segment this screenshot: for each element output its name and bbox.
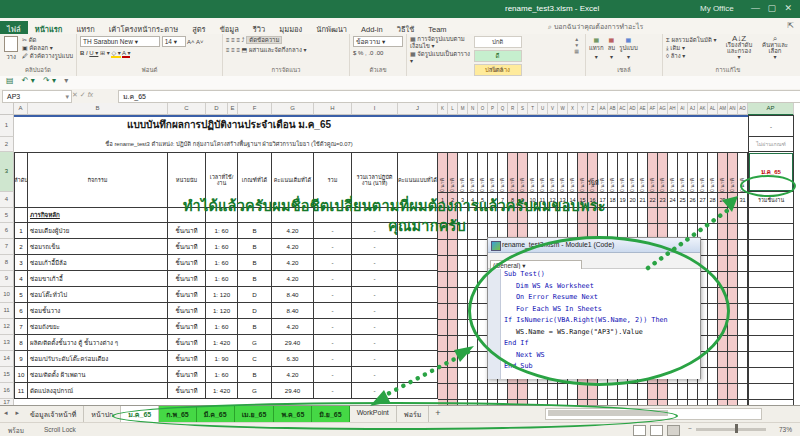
table-cell[interactable]: ซ่อม/ติดตั้ง ฝ้าเพดาน	[28, 367, 168, 383]
col-header-D[interactable]: D	[206, 103, 228, 115]
row-header-16[interactable]: 16	[0, 383, 14, 399]
table-cell[interactable]: -	[314, 255, 352, 271]
column-headers[interactable]: ABCDEFGHIJKLMNOPQRSTUVWXYZAAABACADAEAFAG…	[14, 103, 794, 115]
date-number-cell[interactable]: 30	[728, 192, 738, 208]
table-cell[interactable]: G	[238, 335, 272, 351]
autosum-button[interactable]: Σ ผลรวมอัตโนมัติ ▾	[666, 36, 718, 44]
table-cell[interactable]: 4.20	[272, 239, 314, 255]
table-cell[interactable]: D	[238, 303, 272, 319]
col-header-AD[interactable]: AD	[628, 103, 638, 115]
formula-input[interactable]: ม.ค_65	[118, 90, 800, 103]
redo-icon[interactable]: ↷ ▾	[43, 76, 56, 85]
table-cell[interactable]: ซ่อมโต๊ะทั่วไป	[28, 287, 168, 303]
col-header-R[interactable]: R	[508, 103, 518, 115]
table-cell[interactable]: -	[352, 271, 398, 287]
row-header-11[interactable]: 11	[0, 303, 14, 319]
table-cell[interactable]: 3	[14, 255, 28, 271]
col-header-G[interactable]: G	[272, 103, 314, 115]
table-cell[interactable]: ซ่อมเก้าอี้มีล้อ	[28, 255, 168, 271]
name-box[interactable]: AP3▾	[2, 90, 72, 103]
date-body-column[interactable]	[738, 208, 748, 405]
table-cell[interactable]: 6.30	[272, 351, 314, 367]
table-cell[interactable]: ซ่อมเตียงผู้ป่วย	[28, 223, 168, 239]
table-cell[interactable]: -	[314, 223, 352, 239]
ap-body-column[interactable]	[748, 208, 794, 405]
table-cell[interactable]	[14, 208, 28, 223]
table-cell[interactable]: 2	[14, 239, 28, 255]
table-cell[interactable]: 1: 60	[206, 319, 238, 335]
table-cell[interactable]: 10	[14, 367, 28, 383]
table-row[interactable]: 11ดัดแปลงอุปกรณ์ชิ้น/นาที1: 420G29.40--	[14, 383, 438, 399]
table-cell[interactable]: -	[352, 351, 398, 367]
borders-icon[interactable]: ⊞ ▾	[100, 50, 110, 56]
date-body-column[interactable]	[448, 208, 458, 405]
table-cell[interactable]: ผลิต/ติดตั้งชั้นวาง ตู้ ชั้นวางต่าง ๆ	[28, 335, 168, 351]
col-header-A[interactable]: A	[14, 103, 28, 115]
format-cells-button[interactable]: ▦รูปแบบ▾	[619, 36, 638, 66]
date-number-cell[interactable]: 28	[708, 192, 718, 208]
grow-font-icon[interactable]: A˄	[187, 39, 195, 45]
date-number-cell[interactable]: 26	[688, 192, 698, 208]
table-cell[interactable]: 1: 60	[206, 367, 238, 383]
page-layout-view-icon[interactable]	[650, 425, 663, 436]
table-cell[interactable]: B	[238, 239, 272, 255]
col-header-AF[interactable]: AF	[648, 103, 658, 115]
table-cell[interactable]: 8.40	[272, 303, 314, 319]
table-row[interactable]: 5ซ่อมโต๊ะทั่วไปชิ้น/นาที1: 120D8.40--	[14, 287, 438, 303]
row-header-7[interactable]: 7	[0, 239, 14, 255]
minimize-button[interactable]: —	[751, 3, 760, 13]
font-size-select[interactable]: 14 ▾	[162, 36, 186, 47]
col-header-AM[interactable]: AM	[718, 103, 728, 115]
date-number-cell[interactable]: 20	[628, 192, 638, 208]
table-cell[interactable]: ชิ้น/นาที	[168, 255, 206, 271]
decimal-icons[interactable]: .0 .00	[368, 50, 383, 56]
ap-cell-1[interactable]: -	[748, 115, 794, 137]
table-cell[interactable]: B	[238, 319, 272, 335]
italic-button[interactable]: I	[86, 50, 88, 56]
table-cell[interactable]: 1	[14, 223, 28, 239]
table-cell[interactable]: 1: 120	[206, 303, 238, 319]
normal-view-icon[interactable]	[633, 425, 646, 436]
font-color-icon[interactable]: A ▾	[122, 50, 130, 58]
table-cell[interactable]: ภารกิจหลัก	[28, 208, 168, 223]
col-header-E[interactable]: E	[228, 103, 238, 115]
table-cell[interactable]: -	[352, 319, 398, 335]
table-cell[interactable]: ชิ้น/นาที	[168, 335, 206, 351]
table-cell[interactable]: ชิ้น/นาที	[168, 303, 206, 319]
table-cell[interactable]: 1: 60	[206, 271, 238, 287]
undo-icon[interactable]: ↶ ▾	[22, 76, 35, 85]
style-chip-1[interactable]: ดี	[474, 50, 522, 62]
col-header-L[interactable]: L	[448, 103, 458, 115]
table-cell[interactable]: B	[238, 367, 272, 383]
table-cell[interactable]: -	[352, 239, 398, 255]
account-name[interactable]: My Office	[700, 4, 734, 13]
table-cell[interactable]: 1: 420	[206, 335, 238, 351]
date-number-cell[interactable]: 27	[698, 192, 708, 208]
table-row[interactable]: 7ซ่อมถังขยะชิ้น/นาที1: 60B4.20--	[14, 319, 438, 335]
namebox-dropdown-icon[interactable]: ▾	[65, 91, 69, 102]
table-cell[interactable]	[398, 351, 438, 367]
save-icon[interactable]: ▤	[6, 76, 14, 85]
shrink-font-icon[interactable]: A˅	[196, 39, 204, 45]
align-center-icon[interactable]: ≡	[231, 47, 235, 53]
comma-icon[interactable]: ,	[365, 50, 367, 56]
table-cell[interactable]: -	[314, 303, 352, 319]
col-header-H[interactable]: H	[314, 103, 352, 115]
table-cell[interactable]: -	[314, 319, 352, 335]
col-header-AG[interactable]: AG	[658, 103, 668, 115]
date-number-cell[interactable]: 29	[718, 192, 728, 208]
table-cell[interactable]: 6	[14, 303, 28, 319]
table-cell[interactable]: ชิ้น/นาที	[168, 319, 206, 335]
table-row[interactable]: 2ซ่อมรถเข็นชิ้น/นาที1: 60B4.20--	[14, 239, 438, 255]
conditional-formatting-button[interactable]: ▦ การจัดรูปแบบตามเงื่อนไข ▾	[410, 36, 471, 50]
style-chip-0[interactable]: ปกติ	[474, 36, 522, 48]
table-cell[interactable]: ซ่อมขาเก้าอี้	[28, 271, 168, 287]
col-header-AN[interactable]: AN	[728, 103, 738, 115]
table-cell[interactable]: 7	[14, 319, 28, 335]
date-number-cell[interactable]: 19	[618, 192, 628, 208]
table-row[interactable]: 1ซ่อมเตียงผู้ป่วยชิ้น/นาที1: 60B4.20--	[14, 223, 438, 239]
cut-button[interactable]: ✂ ตัด	[22, 36, 73, 44]
table-cell[interactable]: ซ่อม/ปรับระดับโต๊ะคร่อมเตียง	[28, 351, 168, 367]
underline-button[interactable]: U ▾	[89, 50, 98, 56]
table-cell[interactable]: -	[352, 335, 398, 351]
